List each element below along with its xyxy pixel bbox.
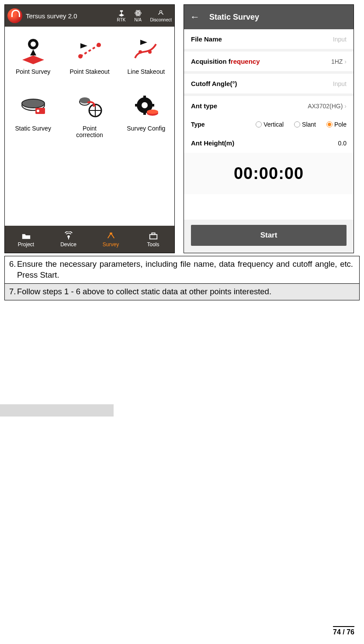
tile-line-stakeout[interactable]: Line Stakeout	[118, 34, 174, 91]
tab-project[interactable]: Project	[5, 226, 47, 253]
radio-pole[interactable]: Pole	[326, 121, 347, 128]
tile-survey-config[interactable]: Survey Config	[118, 91, 174, 148]
type-label: Type	[191, 121, 245, 128]
tile-label: Static Survey	[15, 125, 51, 132]
tile-label: Point Stakeout	[69, 69, 109, 75]
row-ant-height[interactable]: Ant Height(m) 0.0	[184, 133, 354, 153]
instruction-step-6: 6. Ensure the necessary parameters, incl…	[5, 256, 359, 283]
svg-rect-0	[120, 10, 122, 11]
tile-static-survey[interactable]: Static Survey	[5, 91, 61, 148]
point-correction-icon	[74, 91, 105, 122]
svg-rect-24	[135, 104, 139, 107]
tab-survey[interactable]: Survey	[90, 226, 132, 253]
timer-display: 00:00:00	[184, 153, 354, 194]
status-rtk[interactable]: RTK	[117, 10, 126, 22]
survey-tiles-grid: Point Survey Point Stakeout Line Stakeou…	[5, 27, 174, 226]
app-logo-icon	[7, 8, 22, 23]
svg-rect-30	[110, 232, 112, 234]
ant-height-label: Ant Height(m)	[191, 139, 338, 147]
briefcase-icon	[149, 231, 158, 240]
radio-vertical[interactable]: Vertical	[256, 121, 284, 128]
back-button[interactable]: ←	[190, 11, 200, 23]
tile-label: Point Survey	[16, 69, 50, 75]
svg-rect-22	[143, 96, 146, 99]
point-stakeout-icon	[74, 34, 105, 65]
screen-header: ← Static Survey	[184, 5, 354, 29]
svg-point-7	[31, 41, 36, 47]
cutoff-value: Input	[333, 80, 347, 87]
row-cutoff-angle[interactable]: Cutoff Angle(°) Input	[184, 74, 354, 93]
svg-rect-6	[160, 10, 162, 13]
phone-survey-menu: Tersus survey 2.0 RTK N/A Disconnect	[4, 4, 175, 253]
svg-point-10	[97, 43, 101, 47]
ant-type-value: AX3702(HG)›	[308, 103, 347, 110]
svg-rect-29	[68, 237, 69, 239]
svg-rect-32	[152, 233, 155, 234]
row-ant-type[interactable]: Ant type AX3702(HG)›	[184, 96, 354, 116]
atom-icon	[134, 10, 142, 17]
svg-rect-23	[143, 111, 146, 115]
svg-point-16	[37, 110, 39, 112]
tile-label: Point correction	[76, 125, 103, 139]
file-name-value: Input	[333, 36, 347, 43]
disconnect-icon	[156, 10, 165, 17]
tile-label: Line Stakeout	[128, 69, 165, 75]
acq-freq-label: Acquisition frequency	[191, 58, 331, 65]
svg-point-5	[137, 12, 139, 14]
page-number: 74 / 76	[333, 626, 354, 636]
row-file-name[interactable]: File Name Input	[184, 29, 354, 49]
svg-rect-31	[149, 234, 157, 239]
svg-point-21	[142, 102, 148, 108]
instruction-step-7: 7. Follow steps 1 - 6 above to collect s…	[5, 283, 359, 300]
start-button[interactable]: Start	[191, 225, 347, 246]
redaction-strip	[0, 404, 114, 417]
ant-height-value: 0.0	[338, 140, 347, 147]
file-name-label: File Name	[191, 35, 333, 43]
chevron-right-icon: ›	[344, 58, 347, 65]
tile-label: Survey Config	[127, 125, 165, 132]
svg-point-14	[22, 99, 45, 108]
cutoff-label: Cutoff Angle(°)	[191, 80, 333, 87]
line-stakeout-icon	[131, 34, 161, 65]
tile-point-stakeout[interactable]: Point Stakeout	[61, 34, 118, 91]
status-disconnect[interactable]: Disconnect	[150, 10, 172, 22]
app-header: Tersus survey 2.0 RTK N/A Disconnect	[5, 5, 174, 27]
status-na[interactable]: N/A	[134, 10, 142, 22]
static-survey-icon	[18, 91, 49, 122]
chevron-right-icon: ›	[344, 103, 347, 110]
status-icons: RTK N/A Disconnect	[117, 10, 172, 22]
acq-freq-value: 1HZ›	[331, 58, 347, 65]
rtk-icon	[117, 10, 126, 17]
tab-tools[interactable]: Tools	[132, 226, 174, 253]
ant-type-label: Ant type	[191, 102, 308, 110]
survey-config-icon	[131, 91, 161, 122]
svg-point-27	[147, 110, 158, 114]
svg-point-12	[148, 50, 152, 54]
tile-point-survey[interactable]: Point Survey	[5, 34, 61, 91]
svg-rect-25	[151, 104, 154, 107]
phone-static-survey: ← Static Survey File Name Input Acquisit…	[184, 4, 354, 253]
tile-point-correction[interactable]: Point correction	[61, 91, 118, 148]
bottom-tabs: Project Device Survey Tools	[5, 226, 174, 253]
row-acquisition-frequency[interactable]: Acquisition frequency 1HZ›	[184, 52, 354, 71]
antenna-icon	[64, 231, 73, 240]
radio-slant[interactable]: Slant	[294, 121, 316, 128]
screen-title: Static Survey	[209, 13, 259, 22]
instruction-table: 6. Ensure the necessary parameters, incl…	[4, 256, 360, 300]
survey-icon	[106, 231, 116, 240]
tab-device[interactable]: Device	[47, 226, 90, 253]
app-title: Tersus survey 2.0	[26, 12, 117, 20]
folder-icon	[21, 231, 31, 240]
row-type: Type Vertical Slant Pole	[184, 116, 354, 133]
point-survey-icon	[18, 34, 49, 65]
